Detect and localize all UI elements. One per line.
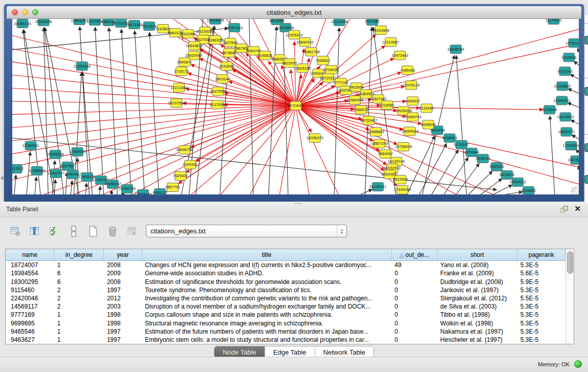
table-cell[interactable]: 0 — [391, 319, 437, 327]
table-cell[interactable]: 5.9E-5 — [517, 278, 565, 286]
table-cell[interactable]: Jankovic et al. (1997) — [437, 286, 517, 294]
table-cell[interactable]: 5.3E-5 — [517, 336, 565, 344]
table-cell[interactable]: 9463627 — [6, 336, 54, 344]
panel-drag-grip[interactable] — [294, 203, 301, 204]
table-cell[interactable]: 1998 — [104, 311, 142, 319]
table-settings-button[interactable] — [7, 223, 24, 239]
float-panel-icon[interactable] — [560, 205, 569, 213]
table-cell[interactable]: 1997 — [104, 286, 142, 294]
table-row[interactable]: 946362711997Embryonic stem cells: a mode… — [6, 336, 565, 344]
table-cell[interactable]: Dudbridge et al. (2008) — [437, 278, 517, 286]
table-cell[interactable]: 49 — [391, 261, 437, 270]
column-header[interactable]: short — [437, 249, 517, 261]
table-cell[interactable]: Changes of HCN gene expression and I(f) … — [142, 261, 391, 270]
table-cell[interactable]: Yano et al. (2008) — [437, 261, 517, 270]
table-cell[interactable]: 1998 — [104, 319, 142, 327]
table-cell[interactable]: 0 — [391, 336, 437, 344]
column-header[interactable]: year — [104, 249, 142, 261]
table-cell[interactable]: 6 — [54, 278, 104, 286]
table-cell[interactable]: 5.3E-5 — [517, 302, 565, 311]
table-cell[interactable]: 5.6E-5 — [517, 269, 565, 277]
tab-node-table[interactable]: Node Table — [214, 346, 265, 358]
table-cell[interactable]: 9465546 — [6, 327, 54, 336]
table-cell[interactable]: Tourette syndrome. Phenomenology and cla… — [142, 286, 391, 294]
table-cell[interactable]: Embryonic stem cells: a model to study s… — [142, 336, 391, 344]
table-cell[interactable]: 2012 — [104, 294, 142, 302]
table-cell[interactable]: 2 — [54, 286, 104, 294]
window-titlebar[interactable]: citations_edges.txt — [7, 6, 581, 19]
table-cell[interactable]: de Silva et al. (2003) — [437, 302, 517, 311]
scrollbar-thumb[interactable] — [567, 251, 573, 274]
table-cell[interactable]: 9777169 — [6, 311, 54, 319]
table-cell[interactable]: 5.3E-5 — [517, 286, 565, 294]
column-visibility-button[interactable] — [27, 223, 43, 239]
table-cell[interactable]: 0 — [391, 327, 437, 336]
table-cell[interactable]: 1997 — [104, 336, 142, 344]
table-row[interactable]: 969969511998Structural magnetic resonanc… — [6, 319, 565, 327]
table-cell[interactable]: 1 — [54, 261, 104, 270]
table-cell[interactable]: Hescheler et al. (1997) — [437, 336, 517, 344]
window-resize-grip[interactable] — [571, 187, 578, 194]
table-cell[interactable]: 19384554 — [6, 269, 54, 277]
column-cells-button[interactable] — [66, 223, 82, 239]
table-row[interactable]: 1456911722003Disruption of a novel membe… — [6, 302, 565, 311]
table-cell[interactable]: 5.3E-5 — [517, 327, 565, 336]
new-document-button[interactable] — [85, 223, 101, 239]
table-cell[interactable]: 2 — [54, 302, 104, 311]
column-header[interactable]: △ out_de... — [391, 249, 437, 261]
data-table[interactable]: namein_degreeyeartitle△ out_de...shortpa… — [6, 249, 565, 344]
select-rows-button[interactable] — [46, 223, 62, 239]
table-cell[interactable]: 22420046 — [6, 294, 54, 302]
table-cell[interactable]: Estimation of the future numbers of pati… — [142, 327, 391, 336]
table-cell[interactable]: Investigating the contribution of common… — [142, 294, 391, 302]
column-header[interactable]: pagerank — [517, 249, 565, 261]
table-cell[interactable]: Nakamura et al. (1997) — [437, 327, 517, 336]
panel-collapse-arrow-icon[interactable] — [1, 176, 3, 180]
table-cell[interactable]: 1 — [54, 319, 104, 327]
tab-network-table[interactable]: Network Table — [315, 346, 374, 358]
table-cell[interactable]: 0 — [391, 311, 437, 319]
table-cell[interactable]: 5.3E-5 — [517, 261, 565, 270]
table-cell[interactable]: 14569117 — [6, 302, 54, 311]
table-cell[interactable]: 1 — [54, 336, 104, 344]
network-graph[interactable]: 1872400724055724206914061065325711527602… — [12, 19, 579, 194]
table-selector-combobox[interactable]: citations_edges.txt ▲▼ — [146, 225, 347, 237]
table-row[interactable]: 2242004622012Investigating the contribut… — [6, 294, 565, 302]
combobox-stepper-icon[interactable]: ▲▼ — [337, 225, 346, 237]
table-cell[interactable]: Estimation of significance thresholds fo… — [142, 278, 391, 286]
table-cell[interactable]: 5.3E-5 — [517, 319, 565, 327]
table-cell[interactable]: 2003 — [104, 302, 142, 311]
table-cell[interactable]: 18300295 — [6, 278, 54, 286]
table-cell[interactable]: 1 — [54, 311, 104, 319]
delete-trash-button[interactable] — [104, 223, 121, 239]
table-cell[interactable]: 2008 — [104, 261, 142, 270]
table-cell[interactable]: 0 — [391, 286, 437, 294]
table-cell[interactable]: 2009 — [104, 269, 142, 277]
table-cell[interactable]: 9699695 — [6, 319, 54, 327]
table-cell[interactable]: Corpus callosum shape and size in male p… — [142, 311, 391, 319]
table-cell[interactable]: Wolkin et al. (1998) — [437, 319, 517, 327]
table-cell[interactable]: 0 — [391, 269, 437, 277]
table-row[interactable]: 911546021997Tourette syndrome. Phenomeno… — [6, 286, 565, 294]
table-cell[interactable]: 2 — [54, 294, 104, 302]
tab-edge-table[interactable]: Edge Table — [265, 346, 315, 358]
table-cell[interactable]: Franke et al. (2009) — [437, 269, 517, 277]
table-cell[interactable]: 18724007 — [6, 261, 54, 270]
table-cell[interactable]: 1997 — [104, 327, 142, 336]
vertical-scrollbar[interactable] — [565, 249, 574, 344]
memory-status-indicator[interactable] — [574, 360, 582, 368]
table-row[interactable]: 1830029562008Estimation of significance … — [6, 278, 565, 286]
network-canvas[interactable]: 1872400724055724206914061065325711527602… — [12, 19, 579, 194]
table-cell[interactable]: 5.3E-5 — [517, 311, 565, 319]
table-cell[interactable]: Genome-wide association studies in ADHD. — [142, 269, 391, 277]
table-cell[interactable]: 5.5E-5 — [517, 294, 565, 302]
table-row[interactable]: 977716911998Corpus callosum shape and si… — [6, 311, 565, 319]
table-cell[interactable]: 0 — [391, 278, 437, 286]
close-panel-icon[interactable]: ✕ — [574, 204, 581, 213]
table-cell[interactable]: Structural magnetic resonance image aver… — [142, 319, 391, 327]
table-cell[interactable]: 0 — [391, 294, 437, 302]
table-cell[interactable]: Tibbo et al. (1998) — [437, 311, 517, 319]
table-cell[interactable]: 2008 — [104, 278, 142, 286]
table-cell[interactable]: Stergiakouli et al. (2012) — [437, 294, 517, 302]
table-row[interactable]: 946554611997Estimation of the future num… — [6, 327, 565, 336]
